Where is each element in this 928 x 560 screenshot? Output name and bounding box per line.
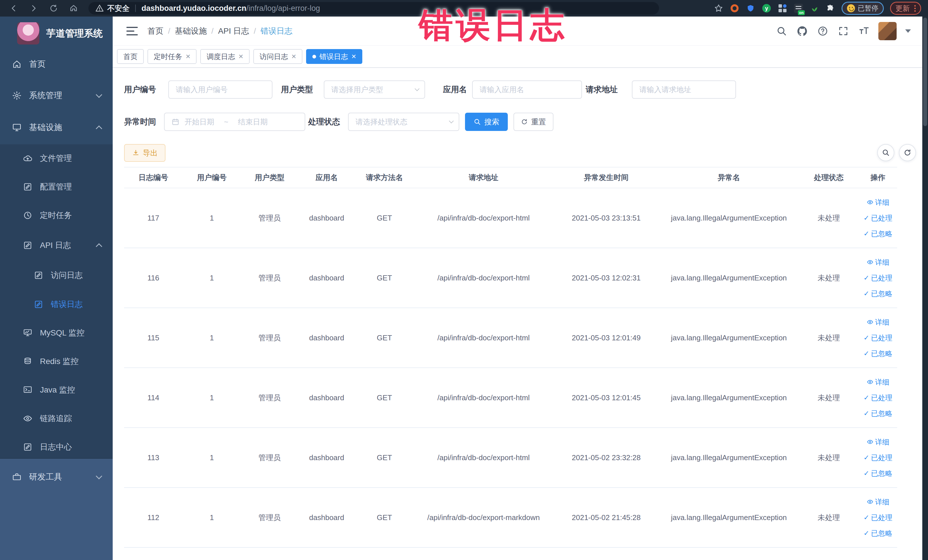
profile-avatar-icon [847, 4, 855, 12]
bookmark-star-icon[interactable] [714, 3, 723, 13]
tab-schedule-log[interactable]: 调度日志× [200, 49, 249, 64]
fullscreen-icon[interactable] [837, 25, 849, 37]
app-logo[interactable]: 芋道管理系统 [17, 22, 103, 44]
toggle-search-button[interactable] [877, 144, 894, 161]
profile-paused-badge[interactable]: 已暂停 [841, 2, 884, 15]
close-icon[interactable]: × [186, 52, 190, 61]
cell-exception-name: java.lang.IllegalArgumentException [659, 188, 799, 248]
extensions-puzzle-icon[interactable] [826, 3, 835, 13]
row-action-ignored[interactable]: ✓已忽略 [864, 469, 892, 478]
sidebar-item-dev-tools[interactable]: 研发工具 [0, 467, 113, 487]
row-action-processed[interactable]: ✓已处理 [864, 453, 892, 462]
user-type-select[interactable]: 请选择用户类型 [324, 81, 425, 99]
help-icon[interactable] [817, 25, 829, 37]
font-size-icon[interactable] [858, 25, 870, 37]
row-action-ignored[interactable]: ✓已忽略 [864, 409, 892, 418]
reset-button[interactable]: 重置 [513, 113, 553, 131]
tab-scheduled-tasks[interactable]: 定时任务× [148, 49, 197, 64]
browser-forward-button[interactable] [27, 2, 40, 15]
user-avatar[interactable] [878, 22, 897, 40]
breadcrumb-infrastructure[interactable]: 基础设施 [175, 26, 207, 37]
request-url-input[interactable] [632, 81, 736, 99]
row-action-processed[interactable]: ✓已处理 [864, 273, 892, 283]
extension-shield-icon[interactable] [746, 3, 756, 13]
extension-grid-icon[interactable] [778, 3, 788, 13]
close-icon[interactable]: × [351, 52, 356, 61]
cell-request-url: /api/infra/db-doc/export-markdown [414, 488, 553, 547]
breadcrumb-api-log[interactable]: API 日志 [218, 26, 249, 37]
row-action-ignored[interactable]: ✓已忽略 [864, 349, 892, 358]
row-action-processed[interactable]: ✓已处理 [864, 393, 892, 403]
row-action-detail[interactable]: 详细 [867, 377, 890, 387]
tab-home[interactable]: 首页 [117, 49, 144, 64]
refresh-table-button[interactable] [899, 144, 916, 161]
export-button[interactable]: 导出 [124, 144, 165, 162]
cell-user-type: 管理员 [241, 488, 298, 547]
sidebar-item-api-log[interactable]: API 日志 [0, 236, 113, 255]
extension-sprout-icon[interactable] [810, 3, 819, 13]
github-icon[interactable] [796, 25, 808, 37]
breadcrumb-home[interactable]: 首页 [148, 26, 163, 37]
row-action-processed[interactable]: ✓已处理 [864, 214, 892, 223]
row-action-ignored[interactable]: ✓已忽略 [864, 229, 892, 238]
sidebar-item-scheduled-tasks[interactable]: 定时任务 [0, 206, 113, 225]
check-icon: ✓ [864, 529, 869, 537]
sidebar-item-mysql-monitor[interactable]: MySQL 监控 [0, 323, 113, 343]
sidebar-item-log-center[interactable]: 日志中心 [0, 437, 113, 457]
exception-time-range-picker[interactable]: 开始日期 ~ 结束日期 [164, 113, 305, 131]
user-menu-caret-icon[interactable] [905, 29, 911, 33]
scrollbar-thumb[interactable] [923, 18, 927, 126]
row-action-detail[interactable]: 详细 [867, 437, 890, 447]
header-search-icon[interactable] [776, 25, 788, 37]
row-action-detail[interactable]: 详细 [867, 258, 890, 267]
cell-log-id: 116 [124, 248, 183, 308]
extension-on-icon[interactable]: on [794, 3, 803, 13]
sidebar-item-system-management[interactable]: 系统管理 [0, 86, 113, 105]
sidebar-item-access-log[interactable]: 访问日志 [0, 266, 113, 285]
cell-app-name: dashboard [298, 248, 355, 308]
browser-menu-icon[interactable] [914, 5, 916, 12]
sidebar-item-trace[interactable]: 链路追踪 [0, 409, 113, 428]
close-icon[interactable]: × [292, 52, 296, 61]
collapse-menu-icon[interactable] [127, 27, 138, 35]
sidebar-item-error-log[interactable]: 错误日志 [0, 295, 113, 314]
close-icon[interactable]: × [238, 52, 243, 61]
row-action-ignored[interactable]: ✓已忽略 [864, 529, 892, 538]
app-name-input[interactable] [472, 81, 582, 99]
row-action-processed[interactable]: ✓已处理 [864, 513, 892, 522]
check-icon: ✓ [864, 453, 869, 462]
page-scrollbar[interactable] [922, 17, 928, 560]
browser-back-button[interactable] [8, 2, 20, 15]
col-actions: 操作 [859, 168, 897, 188]
user-id-input[interactable] [168, 81, 272, 99]
cell-exception-time: 2021-05-03 12:01:49 [553, 308, 659, 368]
tab-error-log[interactable]: 错误日志× [306, 49, 362, 64]
row-action-processed[interactable]: ✓已处理 [864, 333, 892, 343]
tab-access-log[interactable]: 访问日志× [253, 49, 302, 64]
row-action-detail[interactable]: 详细 [867, 497, 890, 507]
sidebar-item-file-management[interactable]: 文件管理 [0, 149, 113, 168]
sidebar-item-java-monitor[interactable]: Java 监控 [0, 380, 113, 400]
address-bar[interactable]: 不安全 dashboard.yudao.iocoder.cn /infra/lo… [89, 2, 659, 15]
row-action-detail[interactable]: 详细 [867, 198, 890, 207]
sidebar-item-home[interactable]: 首页 [0, 55, 113, 74]
row-action-detail[interactable]: 详细 [867, 317, 890, 327]
col-request-url: 请求地址 [414, 168, 553, 188]
extension-y-icon[interactable]: y [762, 3, 771, 13]
process-status-select[interactable]: 请选择处理状态 [348, 113, 459, 131]
cell-request-url: /api/infra/db-doc/export-html [414, 308, 553, 368]
sidebar-item-config-management[interactable]: 配置管理 [0, 177, 113, 197]
search-button[interactable]: 搜索 [465, 113, 508, 131]
sidebar-item-infrastructure[interactable]: 基础设施 [0, 118, 113, 137]
browser-reload-button[interactable] [47, 2, 60, 15]
browser-home-button[interactable] [67, 2, 80, 15]
cell-exception-time: 2021-05-02 21:45:28 [553, 488, 659, 547]
check-icon: ✓ [864, 290, 869, 298]
start-date-placeholder: 开始日期 [185, 117, 214, 127]
cell-status: 未处理 [799, 488, 859, 547]
col-user-type: 用户类型 [241, 168, 298, 188]
browser-update-badge[interactable]: 更新 [890, 2, 921, 15]
sidebar-item-redis-monitor[interactable]: Redis 监控 [0, 352, 113, 371]
row-action-ignored[interactable]: ✓已忽略 [864, 289, 892, 298]
extension-orange-icon[interactable] [730, 3, 739, 13]
